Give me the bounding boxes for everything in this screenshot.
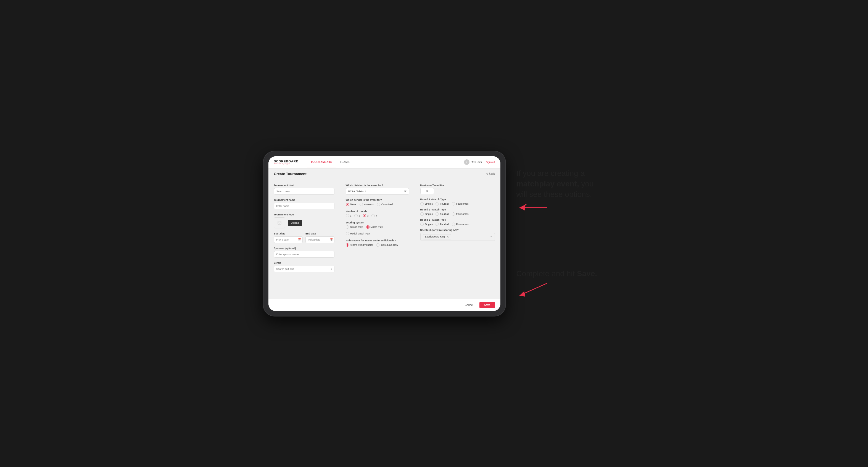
round-3-label: 3 bbox=[367, 214, 369, 217]
user-name: Test User | bbox=[472, 161, 484, 163]
max-team-size-label: Maximum Team Size bbox=[420, 184, 495, 187]
max-team-size-input[interactable] bbox=[420, 188, 434, 194]
rounds-group: Number of rounds 1 2 bbox=[346, 210, 409, 217]
cancel-button[interactable]: Cancel bbox=[462, 302, 477, 308]
annotation-bottom-text: Complete and hit Save. bbox=[517, 269, 605, 279]
page-header: Create Tournament < Back bbox=[269, 168, 500, 180]
scoring-stroke[interactable]: Stroke Play bbox=[346, 225, 363, 229]
r1-singles-circle bbox=[420, 202, 424, 206]
radio-stroke-circle bbox=[346, 225, 349, 229]
tablet-frame: SCOREBOARD Powered by clippit TOURNAMENT… bbox=[264, 151, 505, 316]
teams-plus-individuals[interactable]: Teams (+Individuals) bbox=[346, 243, 373, 247]
calendar-icon: 📅 bbox=[298, 238, 301, 241]
form-layout: Tournament Host Tournament name Tourname… bbox=[269, 180, 500, 299]
radio-r2-circle bbox=[354, 214, 358, 217]
api-dropdown[interactable]: Leaderboard King ✕ ▼ bbox=[420, 233, 495, 241]
save-button[interactable]: Save bbox=[479, 302, 495, 308]
round3-options: Singles Fourball Foursomes bbox=[420, 223, 495, 226]
nav-right: T Test User | Sign out bbox=[464, 159, 495, 165]
radio-combined-circle bbox=[377, 203, 380, 206]
round2-match-type: Round 2 - Match Type Singles Fourball bbox=[420, 208, 495, 216]
radio-medal-circle bbox=[346, 232, 349, 235]
division-group: Which division is the event for? NCAA Di… bbox=[346, 184, 409, 195]
upload-button[interactable]: Upload bbox=[288, 220, 302, 226]
gender-combined[interactable]: Combined bbox=[377, 203, 393, 206]
round3-foursomes[interactable]: Foursomes bbox=[452, 223, 469, 226]
r2-foursomes-label: Foursomes bbox=[456, 213, 469, 215]
round-4[interactable]: 4 bbox=[371, 214, 377, 217]
api-tag: Leaderboard King ✕ bbox=[423, 234, 452, 240]
round2-singles[interactable]: Singles bbox=[420, 212, 433, 216]
sponsor-label: Sponsor (optional) bbox=[274, 247, 335, 250]
scoring-medal[interactable]: Medal Match Play bbox=[346, 232, 370, 235]
scoring-radio-group: Stroke Play Match Play Medal Match Play bbox=[346, 225, 409, 235]
logo-upload-area: Upload bbox=[274, 217, 335, 228]
tournament-logo-label: Tournament logo bbox=[274, 213, 335, 216]
radio-r1-circle bbox=[346, 214, 349, 217]
gender-mens[interactable]: Mens bbox=[346, 203, 356, 206]
round1-match-type: Round 1 - Match Type Singles Fourball bbox=[420, 198, 495, 206]
venue-input[interactable] bbox=[274, 266, 335, 272]
round3-match-type: Round 3 - Match Type Singles Fourball bbox=[420, 218, 495, 226]
back-button[interactable]: < Back bbox=[486, 172, 495, 175]
round1-foursomes[interactable]: Foursomes bbox=[452, 202, 469, 206]
start-date-label: Start date bbox=[274, 232, 303, 235]
tournament-name-input[interactable] bbox=[274, 203, 335, 209]
tournament-host-label: Tournament Host bbox=[274, 184, 335, 187]
round-3[interactable]: 3 bbox=[363, 214, 369, 217]
sponsor-input[interactable] bbox=[274, 251, 335, 258]
round2-fourball[interactable]: Fourball bbox=[436, 212, 449, 216]
calendar-icon-end: 📅 bbox=[330, 238, 333, 241]
max-team-size-group: Maximum Team Size bbox=[420, 184, 495, 194]
tab-tournaments[interactable]: TOURNAMENTS bbox=[307, 156, 336, 168]
teams-label-text: Teams (+Individuals) bbox=[350, 244, 373, 246]
logo-sub: Powered by clippit bbox=[274, 163, 299, 165]
teams-radio-group: Teams (+Individuals) Individuals Only bbox=[346, 243, 409, 247]
rounds-label: Number of rounds bbox=[346, 210, 409, 213]
division-select[interactable]: NCAA Division I bbox=[346, 188, 409, 195]
radio-mens-circle bbox=[346, 203, 349, 206]
r3-singles-label: Singles bbox=[425, 223, 433, 226]
remove-api-icon[interactable]: ✕ bbox=[446, 235, 449, 238]
radio-r4-circle bbox=[371, 214, 375, 217]
scoring-label: Scoring system bbox=[346, 221, 409, 224]
logo-placeholder bbox=[274, 217, 285, 228]
round3-fourball[interactable]: Fourball bbox=[436, 223, 449, 226]
round2-label: Round 2 - Match Type bbox=[420, 208, 495, 211]
svg-marker-2 bbox=[519, 205, 525, 211]
round2-foursomes[interactable]: Foursomes bbox=[452, 212, 469, 216]
gender-womens[interactable]: Womens bbox=[360, 203, 374, 206]
venue-dropdown-icon: ▼ bbox=[331, 268, 333, 270]
tournament-name-group: Tournament name bbox=[274, 198, 335, 209]
scoring-match-label: Match Play bbox=[371, 226, 383, 228]
radio-womens-circle bbox=[360, 203, 363, 206]
annotation-area: If you are creating a matchplay event, y… bbox=[517, 168, 605, 299]
individuals-only[interactable]: Individuals Only bbox=[376, 243, 398, 247]
scoring-match[interactable]: Match Play bbox=[366, 225, 383, 229]
round3-singles[interactable]: Singles bbox=[420, 223, 433, 226]
r2-singles-circle bbox=[420, 212, 424, 216]
tablet-screen: SCOREBOARD Powered by clippit TOURNAMENT… bbox=[269, 156, 500, 311]
tournament-host-input[interactable] bbox=[274, 188, 335, 195]
round1-options: Singles Fourball Foursomes bbox=[420, 202, 495, 206]
svg-point-1 bbox=[278, 222, 279, 222]
round2-options: Singles Fourball Foursomes bbox=[420, 212, 495, 216]
tab-teams[interactable]: TEAMS bbox=[336, 156, 353, 168]
round1-singles[interactable]: Singles bbox=[420, 202, 433, 206]
r3-foursomes-label: Foursomes bbox=[456, 223, 469, 226]
annotation-top-text: If you are creating a matchplay event, y… bbox=[517, 168, 605, 199]
gender-group: Which gender is the event for? Mens Wome… bbox=[346, 198, 409, 206]
sign-out-link[interactable]: Sign out bbox=[486, 161, 495, 163]
round1-fourball[interactable]: Fourball bbox=[436, 202, 449, 206]
round-4-label: 4 bbox=[376, 214, 377, 217]
end-date-label: End date bbox=[305, 232, 335, 235]
r3-foursomes-circle bbox=[452, 223, 455, 226]
r2-fourball-label: Fourball bbox=[440, 213, 449, 215]
venue-group: Venue ▼ bbox=[274, 261, 335, 272]
round-2[interactable]: 2 bbox=[354, 214, 360, 217]
round3-label: Round 3 - Match Type bbox=[420, 218, 495, 221]
logo-area: SCOREBOARD Powered by clippit bbox=[274, 160, 299, 165]
round-2-label: 2 bbox=[359, 214, 360, 217]
round-1[interactable]: 1 bbox=[346, 214, 351, 217]
gender-womens-label: Womens bbox=[364, 203, 374, 206]
